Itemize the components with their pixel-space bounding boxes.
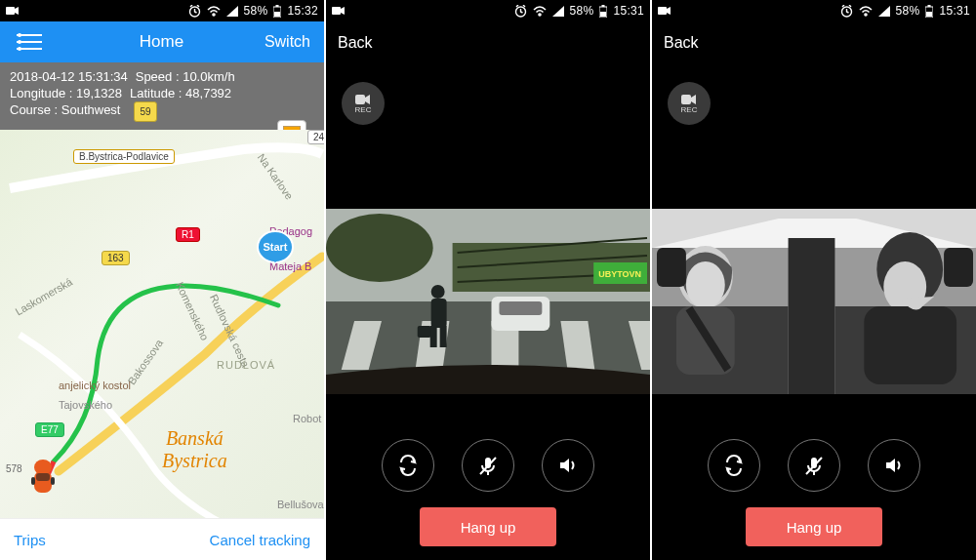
info-speed-value: 10.0km/h — [183, 69, 234, 84]
alarm-icon — [188, 5, 201, 18]
svg-rect-40 — [499, 301, 542, 315]
switch-camera-button[interactable] — [708, 439, 760, 492]
info-datetime: 2018-04-12 15:31:34 — [10, 68, 128, 85]
page-title: Home — [59, 32, 264, 52]
phone-frontcam-screen: 58% 15:31 Back REC — [326, 0, 650, 560]
svg-point-53 — [865, 14, 867, 16]
info-speed-label: Speed — [136, 69, 173, 84]
svg-rect-16 — [36, 473, 50, 481]
svg-point-10 — [18, 40, 21, 44]
info-lat-value: 48,7392 — [185, 86, 231, 100]
svg-point-9 — [18, 33, 21, 37]
alarm-icon — [840, 5, 853, 18]
svg-rect-70 — [657, 248, 686, 287]
map-label-district: RUDLOVÁ — [217, 359, 275, 371]
road-163-badge: 163 — [102, 251, 130, 265]
phone-map-screen: 58% 15:32 Home Switch 2018-04-12 15:31:3… — [0, 0, 324, 560]
back-button[interactable]: Back — [664, 34, 699, 52]
rec-label: REC — [355, 105, 372, 114]
speaker-button[interactable] — [868, 439, 920, 492]
record-button[interactable]: REC — [668, 82, 711, 125]
svg-rect-18 — [51, 477, 55, 485]
battery-icon — [273, 5, 281, 18]
svg-rect-24 — [600, 12, 606, 17]
hangup-button[interactable]: Hang up — [420, 507, 556, 546]
app-toolbar: Home Switch — [0, 21, 324, 62]
signal-icon — [878, 6, 890, 17]
wifi-icon — [207, 6, 221, 17]
map-city-name: Banská Bystrica — [162, 427, 227, 472]
battery-icon — [925, 5, 933, 18]
road-bbpod-badge: B.Bystrica-Podlavice — [73, 149, 175, 164]
map-scale: 578 — [6, 463, 22, 474]
svg-rect-69 — [864, 306, 956, 384]
record-button[interactable]: REC — [342, 82, 385, 125]
hangup-button[interactable]: Hang up — [746, 507, 882, 546]
map-label-robot: Robot — [293, 413, 321, 424]
map-label-bellus: Bellušova — [277, 499, 324, 510]
battery-label: 58% — [570, 4, 594, 18]
wifi-icon — [533, 6, 547, 17]
map-label-tajov: Tajovského — [59, 399, 112, 411]
switch-button[interactable]: Switch — [264, 33, 324, 51]
svg-text:Start: Start — [263, 241, 287, 253]
svg-rect-25 — [355, 95, 365, 104]
svg-rect-51 — [658, 7, 667, 15]
call-controls — [326, 439, 650, 492]
svg-rect-57 — [681, 95, 691, 104]
status-bar: 58% 15:31 — [652, 0, 976, 21]
svg-rect-44 — [440, 326, 447, 347]
menu-icon[interactable] — [0, 33, 59, 51]
battery-icon — [599, 5, 607, 18]
trips-button[interactable]: Trips — [14, 532, 46, 548]
signal-icon — [226, 6, 238, 17]
info-lon-value: 19,1328 — [76, 86, 122, 100]
svg-rect-5 — [274, 12, 280, 17]
svg-point-38 — [326, 214, 433, 282]
svg-point-41 — [431, 285, 445, 299]
clock: 15:31 — [939, 4, 970, 18]
svg-point-2 — [213, 14, 215, 16]
mute-mic-button[interactable] — [462, 439, 514, 492]
battery-label: 58% — [896, 4, 920, 18]
videocam-icon — [658, 6, 671, 16]
svg-point-64 — [686, 261, 725, 308]
cam-header: Back — [326, 21, 650, 64]
svg-rect-19 — [332, 7, 341, 15]
svg-rect-17 — [31, 477, 35, 485]
car-marker-icon — [29, 460, 57, 504]
road-r1-badge: R1 — [176, 227, 200, 242]
alarm-icon — [514, 5, 527, 18]
svg-rect-0 — [6, 7, 15, 15]
status-bar: 58% 15:31 — [326, 0, 650, 21]
switch-camera-button[interactable] — [382, 439, 434, 492]
svg-rect-43 — [430, 326, 437, 347]
info-course-label: Course — [10, 102, 51, 117]
svg-rect-42 — [431, 299, 447, 328]
clock: 15:32 — [287, 4, 318, 18]
wifi-icon — [859, 6, 873, 17]
map-label-kostol: anjelický kostol — [59, 380, 131, 391]
hangup-label: Hang up — [787, 519, 842, 536]
info-lon-label: Longitude — [10, 86, 65, 100]
mute-mic-button[interactable] — [788, 439, 840, 492]
videocam-icon — [332, 6, 346, 16]
signal-icon — [552, 6, 564, 17]
battery-label: 58% — [244, 4, 268, 18]
svg-point-11 — [18, 47, 21, 51]
info-course-value: Southwest — [61, 102, 121, 117]
hangup-label: Hang up — [461, 519, 516, 536]
svg-rect-60 — [789, 238, 835, 394]
cancel-tracking-button[interactable]: Cancel tracking — [210, 532, 310, 548]
road-59-badge: 59 — [134, 101, 156, 122]
back-button[interactable]: Back — [338, 34, 373, 52]
bottom-action-bar: Trips Cancel tracking — [0, 518, 324, 560]
status-bar: 58% 15:32 — [0, 0, 324, 21]
speaker-button[interactable] — [542, 439, 594, 492]
rec-label: REC — [681, 105, 698, 114]
svg-text:UBYTOVN: UBYTOVN — [598, 269, 641, 279]
info-lat-label: Latitude — [130, 86, 175, 100]
clock: 15:31 — [613, 4, 644, 18]
map[interactable]: B.Bystrica-Podlavice Na Karlove 163 R1 2… — [0, 130, 324, 551]
road-2432-badge: 2432 — [307, 130, 324, 144]
